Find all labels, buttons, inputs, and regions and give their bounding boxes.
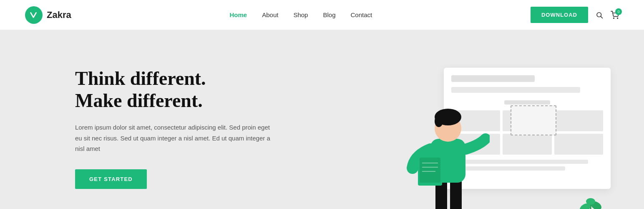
nav-item-contact[interactable]: Contact (350, 11, 372, 18)
nav-right: DOWNLOAD 0 (531, 7, 619, 23)
mockup-topbar (451, 75, 535, 82)
hero-text: Think different. Make different. Lorem i… (75, 68, 271, 209)
svg-point-3 (617, 18, 618, 18)
mockup-separator (504, 100, 550, 104)
download-button[interactable]: DOWNLOAD (531, 7, 588, 23)
nav-item-home[interactable]: Home (230, 11, 247, 18)
header: Zakra Home About Shop Blog Contact DOWNL… (0, 0, 644, 30)
hero-heading: Think different. Make different. (75, 68, 271, 112)
plant-illustration (579, 197, 602, 209)
nav-item-about[interactable]: About (262, 11, 278, 18)
main-nav: Home About Shop Blog Contact (230, 11, 372, 18)
search-button[interactable] (596, 11, 603, 19)
nav-item-blog[interactable]: Blog (323, 11, 335, 18)
svg-point-22 (586, 198, 595, 205)
svg-rect-13 (420, 158, 440, 183)
mockup-grid-cell (554, 110, 603, 131)
cart-badge: 0 (615, 8, 622, 15)
mockup-dashed-box (511, 105, 556, 135)
person-illustration (406, 84, 490, 209)
logo-area[interactable]: Zakra (25, 6, 71, 24)
hero-illustration (360, 59, 594, 209)
svg-point-2 (614, 18, 614, 18)
get-started-button[interactable]: GET STARTED (75, 169, 147, 189)
mockup-grid-cell (554, 134, 603, 155)
svg-point-11 (435, 115, 443, 127)
mockup-grid-cell (503, 134, 551, 155)
logo-icon (25, 6, 43, 24)
svg-line-1 (601, 16, 602, 18)
svg-rect-5 (450, 181, 462, 209)
logo-name: Zakra (47, 10, 71, 20)
search-icon (596, 11, 603, 19)
nav-item-shop[interactable]: Shop (293, 11, 308, 18)
hero-subtext: Lorem ipsum dolor sit amet, consectetur … (75, 122, 271, 154)
cart-wrapper[interactable]: 0 (611, 11, 619, 19)
hero-section: Think different. Make different. Lorem i… (0, 30, 644, 209)
